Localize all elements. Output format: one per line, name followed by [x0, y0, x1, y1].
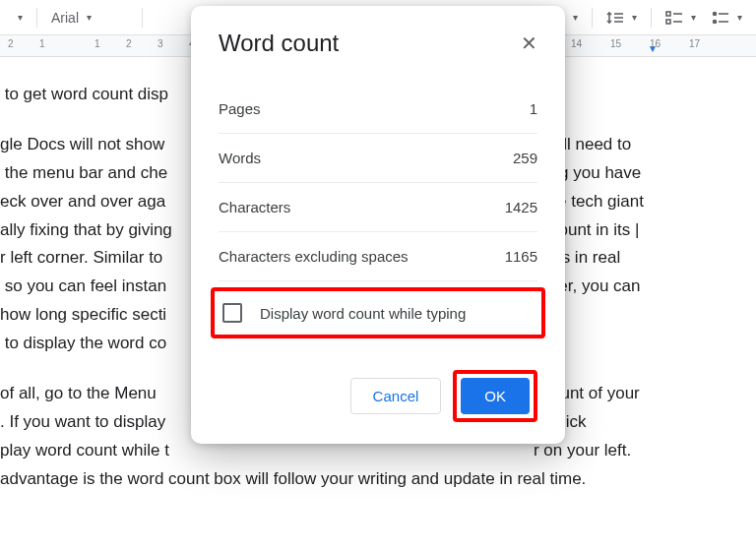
svg-point-13: [714, 20, 717, 23]
line-spacing-icon: [606, 11, 624, 25]
ruler-tick: 14: [571, 38, 582, 49]
characters-value: 1425: [505, 199, 537, 215]
pages-value: 1: [530, 100, 537, 117]
ok-button[interactable]: OK: [461, 378, 530, 414]
checklist-dropdown[interactable]: [660, 7, 702, 29]
separator: [651, 8, 652, 28]
stat-row-pages: Pages 1: [219, 85, 537, 134]
dialog-header: Word count ✕: [219, 30, 537, 57]
bulleted-list-dropdown[interactable]: [706, 7, 748, 29]
ruler-tick: 3: [158, 38, 163, 49]
bulleted-list-icon: [712, 11, 729, 25]
display-while-typing-row[interactable]: Display word count while typing: [220, 297, 536, 329]
checklist-icon: [665, 11, 683, 25]
characters-ns-value: 1165: [505, 248, 537, 265]
svg-rect-9: [666, 20, 670, 24]
svg-point-11: [714, 12, 717, 15]
annotation-highlight: Display word count while typing: [211, 287, 545, 338]
characters-label: Characters: [219, 199, 290, 215]
annotation-highlight: OK: [453, 370, 537, 422]
stat-row-words: Words 259: [219, 134, 537, 183]
ruler-tick: 15: [610, 38, 621, 49]
words-label: Words: [219, 150, 261, 166]
close-icon[interactable]: ✕: [521, 33, 537, 53]
display-while-typing-label: Display word count while typing: [260, 305, 466, 322]
font-family-dropdown[interactable]: Arial: [45, 6, 134, 30]
ruler-tick: 2: [126, 38, 132, 49]
word-count-dialog: Word count ✕ Pages 1 Words 259 Character…: [191, 6, 565, 444]
pages-label: Pages: [219, 100, 261, 117]
stat-row-characters: Characters 1425: [219, 183, 537, 232]
words-value: 259: [513, 150, 537, 166]
display-while-typing-checkbox[interactable]: [222, 303, 242, 323]
stat-row-characters-ns: Characters excluding spaces 1165: [219, 232, 537, 281]
toolbar-style-dropdown[interactable]: [8, 8, 29, 27]
svg-rect-7: [666, 12, 670, 16]
dialog-actions: Cancel OK: [219, 370, 537, 422]
font-family-label: Arial: [51, 10, 79, 26]
ruler-tick: 1: [39, 38, 45, 49]
separator: [36, 8, 37, 28]
dialog-title: Word count: [219, 30, 339, 57]
line-spacing-dropdown[interactable]: [600, 7, 643, 29]
ruler-tick: 1: [94, 38, 100, 49]
separator: [142, 8, 143, 28]
separator: [592, 8, 593, 28]
ruler-tick: 16: [650, 38, 661, 49]
characters-ns-label: Characters excluding spaces: [219, 248, 409, 265]
cancel-button[interactable]: Cancel: [350, 378, 442, 414]
ruler-tick: 17: [689, 38, 700, 49]
ruler-tick: 2: [8, 38, 14, 49]
